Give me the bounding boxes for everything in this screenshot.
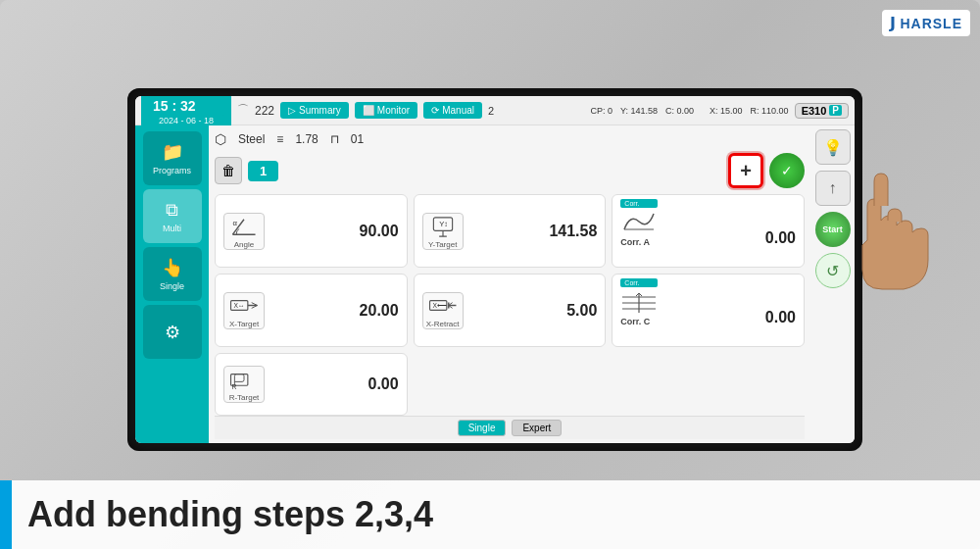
- x-retract-cell[interactable]: X⟵ X-Retract 5.00: [414, 274, 607, 347]
- multi-icon: ⧉: [166, 200, 178, 221]
- x-value: X: 15.00: [710, 106, 743, 116]
- corr-a-value: 0.00: [765, 229, 796, 247]
- sidebar: 📁 Programs ⧉ Multi 👆 Single ⚙: [135, 125, 209, 443]
- y-target-svg: Y↕: [427, 214, 459, 238]
- manual-btn[interactable]: ⟳ Manual: [423, 102, 482, 119]
- angle-icon-box: α Angle: [223, 213, 265, 250]
- corr-a-svg: [620, 210, 658, 233]
- die-icon: ⊓: [330, 132, 339, 146]
- bottom-bar: Single Expert: [215, 416, 805, 439]
- add-step-btn[interactable]: +: [728, 153, 763, 188]
- confirm-btn[interactable]: ✓: [769, 153, 805, 188]
- screen-bezel: 15 : 32 2024 - 06 - 18 ⌒ 222 ▷ Summary ⬜…: [127, 88, 862, 451]
- multi-label: Multi: [163, 224, 181, 233]
- expert-mode-btn[interactable]: Expert: [512, 420, 562, 436]
- x-retract-value: 5.00: [469, 302, 598, 320]
- caption-bar: Add bending steps 2,3,4: [0, 480, 980, 549]
- confirm-icon: ✓: [781, 163, 793, 178]
- single-btn[interactable]: 👆 Single: [143, 247, 202, 301]
- y-value: Y: 141.58: [620, 106, 658, 116]
- step-count: 222: [255, 104, 274, 118]
- up-btn[interactable]: ↑: [815, 171, 851, 206]
- folder-icon: 📁: [162, 141, 183, 163]
- step-num: 2: [488, 105, 494, 117]
- summary-icon: ▷: [288, 105, 296, 116]
- screen: 15 : 32 2024 - 06 - 18 ⌒ 222 ▷ Summary ⬜…: [135, 96, 855, 443]
- e310-badge: E310 P: [795, 103, 849, 119]
- header-bar: 15 : 32 2024 - 06 - 18 ⌒ 222 ▷ Summary ⬜…: [135, 96, 855, 125]
- step-badge: 1: [248, 161, 278, 181]
- svg-text:X↔: X↔: [233, 302, 244, 309]
- gear-icon: ⚙: [165, 322, 180, 343]
- params-grid: α Angle 90.00: [215, 194, 805, 416]
- angle-label: Angle: [234, 240, 254, 249]
- svg-text:R: R: [232, 383, 237, 390]
- x-target-label: X-Target: [229, 320, 259, 328]
- angle-svg: α: [228, 214, 260, 238]
- c-value: C: 0.00: [665, 106, 694, 116]
- corr-c-label: Corr. C: [620, 317, 658, 326]
- main-area: 📁 Programs ⧉ Multi 👆 Single ⚙: [135, 125, 855, 443]
- r-target-value: 0.00: [270, 375, 399, 393]
- delete-icon: 🗑: [221, 163, 235, 178]
- r-target-icon-box: R R-Target: [223, 366, 265, 403]
- single-label: Single: [160, 281, 184, 291]
- programs-label: Programs: [153, 166, 191, 175]
- content-area: ⬡ Steel ≡ 1.78 ⊓ 01 🗑 1: [209, 125, 810, 443]
- r-value: R: 110.00: [751, 106, 789, 116]
- settings-btn[interactable]: ⚙: [143, 305, 202, 359]
- monitor-icon: ⬜: [363, 105, 374, 116]
- programs-btn[interactable]: 📁 Programs: [143, 131, 202, 185]
- angle-cell[interactable]: α Angle 90.00: [215, 194, 408, 268]
- r-target-svg: R: [228, 367, 260, 391]
- corr-c-value: 0.00: [765, 309, 796, 326]
- corr-a-label: Corr. A: [620, 237, 658, 247]
- e310-p-label: P: [829, 105, 842, 116]
- x-target-svg: X↔: [228, 293, 260, 318]
- x-target-cell[interactable]: X↔ X-Target 20.00: [215, 274, 408, 347]
- y-target-cell[interactable]: Y↕ Y-Target 141.58: [414, 194, 607, 268]
- manual-icon: ⟳: [431, 105, 439, 116]
- step-row: 🗑 1 + ✓: [215, 153, 805, 188]
- material-type: Steel: [238, 132, 265, 146]
- y-target-label: Y-Target: [428, 240, 458, 249]
- x-retract-label: X-Retract: [426, 320, 460, 328]
- refresh-btn[interactable]: ↺: [815, 253, 851, 288]
- material-icon: ⬡: [215, 131, 226, 147]
- harsle-logo: 𝗝 HARSLE: [882, 10, 970, 36]
- corr-c-cell[interactable]: Corr. Corr. C: [612, 274, 805, 347]
- harsle-logo-text: HARSLE: [900, 16, 962, 31]
- start-label: Start: [822, 225, 843, 234]
- step-icon: ⌒: [237, 102, 249, 119]
- x-target-value: 20.00: [270, 302, 399, 320]
- material-info: ⬡ Steel ≡ 1.78 ⊓ 01: [215, 131, 364, 147]
- e310-label: E310: [802, 105, 827, 117]
- thickness-icon: ≡: [276, 132, 283, 146]
- cp-label: CP: 0: [590, 106, 612, 116]
- summary-btn[interactable]: ▷ Summary: [280, 102, 349, 119]
- light-btn[interactable]: 💡: [815, 129, 851, 165]
- corr-a-cell[interactable]: Corr. Corr. A 0.00: [612, 194, 805, 268]
- die-value: 01: [351, 132, 364, 146]
- single-mode-btn[interactable]: Single: [458, 420, 507, 436]
- light-icon: 💡: [823, 138, 843, 157]
- machine-body: 𝗝 HARSLE 15 : 32 2024 - 06 - 18 ⌒ 222 ▷ …: [0, 0, 980, 549]
- sub-header: ⬡ Steel ≡ 1.78 ⊓ 01: [215, 129, 805, 149]
- angle-value: 90.00: [270, 223, 399, 240]
- time-block: 15 : 32 2024 - 06 - 18: [141, 96, 231, 127]
- header-info: CP: 0 Y: 141.58 C: 0.00 X: 15.00 R: 110.…: [590, 106, 788, 116]
- date-display: 2024 - 06 - 18: [147, 116, 225, 125]
- svg-text:X⟵: X⟵: [432, 302, 446, 309]
- start-btn[interactable]: Start: [815, 212, 851, 247]
- delete-btn[interactable]: 🗑: [215, 157, 242, 184]
- r-target-cell[interactable]: R R-Target 0.00: [215, 353, 408, 416]
- x-retract-icon-box: X⟵ X-Retract: [422, 292, 464, 329]
- r-target-label: R-Target: [229, 393, 260, 402]
- harsle-logo-icon: 𝗝: [890, 14, 896, 32]
- y-target-icon-box: Y↕ Y-Target: [422, 213, 464, 250]
- multi-btn[interactable]: ⧉ Multi: [143, 189, 202, 243]
- corr-a-badge: Corr.: [620, 199, 658, 208]
- thickness-value: 1.78: [295, 132, 318, 146]
- y-target-value: 141.58: [469, 223, 598, 240]
- monitor-btn[interactable]: ⬜ Monitor: [355, 102, 417, 119]
